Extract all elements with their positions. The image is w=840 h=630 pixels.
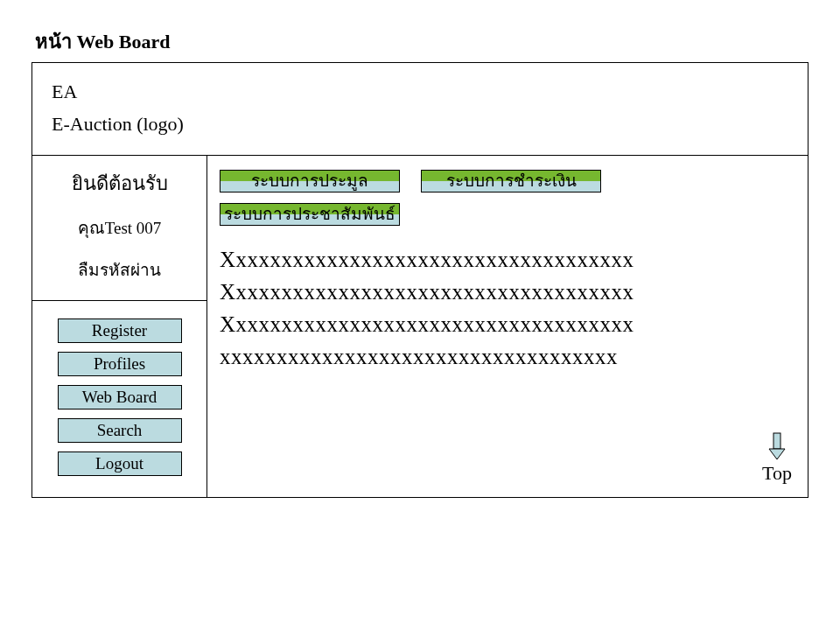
sidebar: ยินดีต้อนรับ คุณTest 007 ลืมรหัสผ่าน Reg… [32, 156, 207, 497]
logout-button[interactable]: Logout [58, 452, 182, 476]
content-line: Xxxxxxxxxxxxxxxxxxxxxxxxxxxxxxxxxxxx [220, 243, 799, 276]
arrow-down-icon [767, 432, 787, 460]
content-line: Xxxxxxxxxxxxxxxxxxxxxxxxxxxxxxxxxxxx [220, 276, 799, 308]
webboard-button[interactable]: Web Board [58, 385, 182, 410]
main-content: ระบบการประมูล ระบบการชำระเงิน ระบบการประ… [207, 156, 808, 497]
current-user: คุณTest 007 [39, 214, 200, 241]
content-line: Xxxxxxxxxxxxxxxxxxxxxxxxxxxxxxxxxxxx [220, 308, 799, 340]
bar-auction[interactable]: ระบบการประมูล [220, 170, 400, 192]
welcome-label: ยินดีต้อนรับ [39, 168, 200, 199]
back-to-top[interactable]: Top [762, 432, 792, 485]
register-button[interactable]: Register [58, 318, 182, 343]
logo-short: EA [52, 75, 792, 108]
svg-marker-1 [769, 449, 785, 459]
forgot-password-link[interactable]: ลืมรหัสผ่าน [39, 256, 200, 283]
logo-long: E-Auction (logo) [52, 108, 792, 140]
profiles-button[interactable]: Profiles [58, 352, 182, 376]
header: EA E-Auction (logo) [32, 63, 808, 156]
page-title: หน้า Web Board [35, 26, 808, 57]
svg-rect-0 [774, 433, 780, 449]
sidebar-nav: Register Profiles Web Board Search Logou… [32, 301, 206, 497]
content-line: xxxxxxxxxxxxxxxxxxxxxxxxxxxxxxxxxxx [220, 340, 799, 373]
bar-pr[interactable]: ระบบการประชาสัมพันธ์ [220, 203, 400, 226]
content-body: Xxxxxxxxxxxxxxxxxxxxxxxxxxxxxxxxxxxx Xxx… [214, 240, 801, 373]
top-bars: ระบบการประมูล ระบบการชำระเงิน ระบบการประ… [214, 164, 801, 240]
top-label: Top [762, 462, 792, 484]
app-frame: EA E-Auction (logo) ยินดีต้อนรับ คุณTest… [32, 62, 808, 498]
search-button[interactable]: Search [58, 418, 182, 443]
bar-payment[interactable]: ระบบการชำระเงิน [421, 170, 601, 192]
sidebar-welcome-box: ยินดีต้อนรับ คุณTest 007 ลืมรหัสผ่าน [32, 156, 206, 301]
